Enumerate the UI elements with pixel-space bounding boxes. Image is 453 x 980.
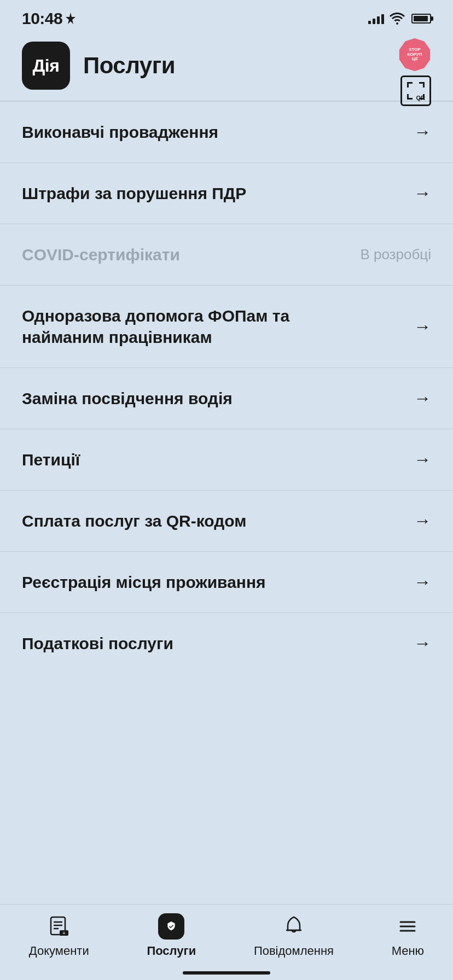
nav-item-services[interactable]: Послуги — [136, 913, 207, 958]
in-development-badge: В розробці — [360, 246, 431, 263]
list-item[interactable]: Одноразова допомога ФОПам та найманим пр… — [0, 285, 453, 368]
home-indicator — [183, 971, 270, 975]
nav-item-menu[interactable]: Меню — [381, 913, 435, 958]
status-time: 10:48 — [22, 9, 62, 28]
svg-text:≡: ≡ — [62, 931, 65, 936]
list-item[interactable]: Податкові послуги → — [0, 613, 453, 674]
menu-icon — [394, 913, 421, 940]
nav-label-documents: Документи — [29, 944, 89, 958]
arrow-icon: → — [414, 633, 431, 654]
notifications-icon — [281, 913, 307, 940]
service-label: Петиції — [22, 449, 80, 470]
service-label: Реєстрація місця проживання — [22, 571, 266, 593]
nav-items: ≡ Документи Послуги Повід — [0, 913, 453, 958]
header-right-actions: STOPКОРУПЦІЇ QR — [398, 38, 431, 106]
service-label: Сплата послуг за QR-кодом — [22, 510, 246, 532]
service-label: Штрафи за порушення ПДР — [22, 183, 246, 204]
arrow-icon: → — [414, 511, 431, 531]
status-icons — [368, 13, 431, 25]
list-item[interactable]: Виконавчі провадження → — [0, 102, 453, 163]
documents-icon: ≡ — [46, 913, 72, 940]
bottom-navigation: ≡ Документи Послуги Повід — [0, 904, 453, 980]
logo-text: Дія — [33, 56, 60, 76]
wifi-icon — [390, 13, 405, 25]
services-icon — [158, 913, 184, 940]
arrow-icon: → — [414, 450, 431, 470]
status-bar: 10:48 — [0, 0, 453, 33]
nav-label-services: Послуги — [147, 944, 196, 958]
nav-item-documents[interactable]: ≡ Документи — [18, 913, 100, 958]
list-item: COVID-сертифікати В розробці — [0, 224, 453, 285]
service-label: Одноразова допомога ФОПам та найманим пр… — [22, 305, 339, 348]
main-content: Виконавчі провадження → Штрафи за поруше… — [0, 102, 453, 772]
service-label: COVID-сертифікати — [22, 244, 180, 265]
nav-label-notifications: Повідомлення — [254, 944, 334, 958]
app-header: Дія Послуги STOPКОРУПЦІЇ QR — [0, 33, 453, 101]
location-icon — [66, 13, 76, 25]
list-item[interactable]: Сплата послуг за QR-кодом → — [0, 491, 453, 552]
service-label: Заміна посвідчення водія — [22, 388, 233, 409]
qr-scan-button[interactable]: QR — [400, 75, 431, 106]
signal-bars — [368, 13, 384, 24]
list-item[interactable]: Реєстрація місця проживання → — [0, 552, 453, 613]
stop-corruption-badge[interactable]: STOPКОРУПЦІЇ — [398, 38, 431, 71]
service-label: Податкові послуги — [22, 633, 173, 654]
app-logo: Дія — [22, 42, 70, 90]
arrow-icon: → — [414, 572, 431, 592]
list-item[interactable]: Штрафи за порушення ПДР → — [0, 163, 453, 224]
arrow-icon: → — [414, 317, 431, 337]
services-list: Виконавчі провадження → Штрафи за поруше… — [0, 102, 453, 674]
nav-item-notifications[interactable]: Повідомлення — [243, 913, 345, 958]
battery-icon — [411, 14, 431, 24]
page-title: Послуги — [83, 52, 175, 79]
list-item[interactable]: Заміна посвідчення водія → — [0, 368, 453, 429]
arrow-icon: → — [414, 122, 431, 142]
stop-badge-text: STOPКОРУПЦІЇ — [407, 48, 422, 62]
qr-label: QR — [416, 95, 426, 101]
arrow-icon: → — [414, 388, 431, 409]
service-label: Виконавчі провадження — [22, 121, 218, 143]
arrow-icon: → — [414, 183, 431, 203]
list-item[interactable]: Петиції → — [0, 429, 453, 491]
nav-label-menu: Меню — [392, 944, 424, 958]
